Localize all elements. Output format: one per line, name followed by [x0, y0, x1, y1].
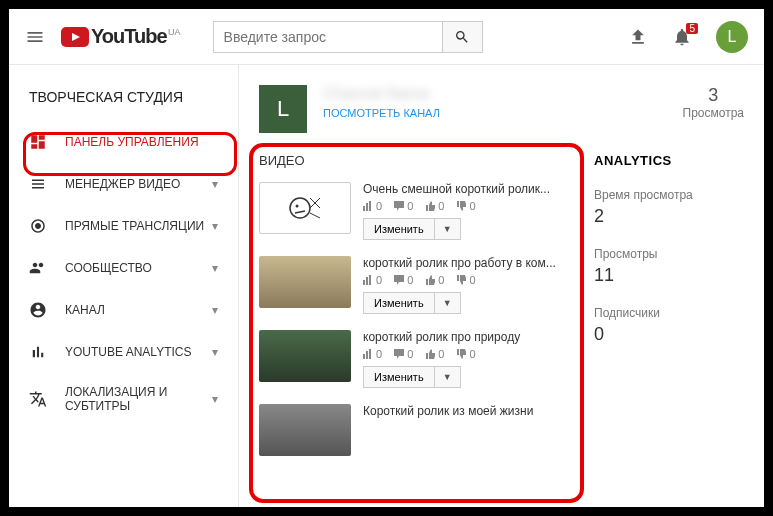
- svg-rect-11: [369, 349, 371, 359]
- sidebar-item-analytics[interactable]: YOUTUBE ANALYTICS ▾: [9, 331, 238, 373]
- dashboard-icon: [29, 133, 49, 151]
- view-channel-link[interactable]: ПОСМОТРЕТЬ КАНАЛ: [323, 107, 667, 119]
- bars-icon: 0: [363, 348, 382, 360]
- views-label: Просмотра: [683, 106, 744, 120]
- analytics-icon: [29, 343, 49, 361]
- sidebar-item-label: ПРЯМЫЕ ТРАНСЛЯЦИИ: [65, 219, 212, 233]
- svg-rect-6: [363, 280, 365, 285]
- video-thumbnail[interactable]: [259, 330, 351, 382]
- dislike-icon: 0: [456, 274, 475, 286]
- channel-icon: [29, 301, 49, 319]
- chevron-down-icon: ▾: [212, 261, 218, 275]
- notifications-icon[interactable]: 5: [672, 27, 692, 47]
- sidebar-item-localization[interactable]: ЛОКАЛИЗАЦИЯ И СУБТИТРЫ ▾: [9, 373, 238, 425]
- like-icon: 0: [425, 200, 444, 212]
- sidebar-item-live[interactable]: ПРЯМЫЕ ТРАНСЛЯЦИИ ▾: [9, 205, 238, 247]
- community-icon: [29, 259, 49, 277]
- sidebar-item-label: YOUTUBE ANALYTICS: [65, 345, 212, 359]
- chevron-down-icon: ▾: [212, 392, 218, 406]
- logo-region: UA: [168, 27, 181, 37]
- analytics-panel-title: ANALYTICS: [594, 153, 744, 168]
- video-title[interactable]: короткий ролик про природу: [363, 330, 574, 344]
- svg-rect-9: [363, 354, 365, 359]
- search-button[interactable]: [443, 21, 483, 53]
- video-title[interactable]: короткий ролик про работу в ком...: [363, 256, 574, 270]
- bars-icon: 0: [363, 200, 382, 212]
- video-row: короткий ролик про природу 0 0 0 0 Измен…: [259, 330, 574, 388]
- analytics-label: Подписчики: [594, 306, 744, 320]
- sidebar-item-label: СООБЩЕСТВО: [65, 261, 212, 275]
- sidebar-item-community[interactable]: СООБЩЕСТВО ▾: [9, 247, 238, 289]
- svg-point-1: [290, 198, 310, 218]
- videos-panel-title: ВИДЕО: [259, 153, 574, 168]
- sidebar-item-label: МЕНЕДЖЕР ВИДЕО: [65, 177, 212, 191]
- bars-icon: 0: [363, 274, 382, 286]
- sidebar-item-channel[interactable]: КАНАЛ ▾: [9, 289, 238, 331]
- analytics-label: Время просмотра: [594, 188, 744, 202]
- svg-point-2: [296, 205, 299, 208]
- video-thumbnail[interactable]: [259, 182, 351, 234]
- analytics-label: Просмотры: [594, 247, 744, 261]
- dislike-icon: 0: [456, 200, 475, 212]
- video-title[interactable]: Очень смешной короткий ролик...: [363, 182, 574, 196]
- search-input[interactable]: [213, 21, 443, 53]
- like-icon: 0: [425, 274, 444, 286]
- dislike-icon: 0: [456, 348, 475, 360]
- analytics-value: 2: [594, 206, 744, 227]
- logo[interactable]: YouTube UA: [61, 25, 167, 48]
- views-count: 3: [683, 85, 744, 106]
- like-icon: 0: [425, 348, 444, 360]
- video-thumbnail[interactable]: [259, 256, 351, 308]
- video-thumbnail[interactable]: [259, 404, 351, 456]
- svg-rect-3: [363, 206, 365, 211]
- channel-name: Channel Name: [323, 85, 667, 103]
- chevron-down-icon: ▾: [212, 345, 218, 359]
- edit-button[interactable]: Изменить: [363, 292, 435, 314]
- svg-rect-10: [366, 351, 368, 359]
- chevron-down-icon: ▾: [212, 177, 218, 191]
- video-row: короткий ролик про работу в ком... 0 0 0…: [259, 256, 574, 314]
- edit-dropdown-button[interactable]: ▼: [435, 366, 461, 388]
- edit-dropdown-button[interactable]: ▼: [435, 218, 461, 240]
- video-row: Очень смешной короткий ролик... 0 0 0 0 …: [259, 182, 574, 240]
- sidebar-title: ТВОРЧЕСКАЯ СТУДИЯ: [9, 81, 238, 121]
- video-row: Короткий ролик из моей жизни: [259, 404, 574, 456]
- analytics-value: 0: [594, 324, 744, 345]
- sidebar-item-dashboard[interactable]: ПАНЕЛЬ УПРАВЛЕНИЯ: [9, 121, 238, 163]
- edit-button[interactable]: Изменить: [363, 218, 435, 240]
- edit-dropdown-button[interactable]: ▼: [435, 292, 461, 314]
- comment-icon: 0: [394, 274, 413, 286]
- svg-rect-8: [369, 275, 371, 285]
- comment-icon: 0: [394, 200, 413, 212]
- menu-icon[interactable]: [25, 27, 45, 47]
- video-manager-icon: [29, 175, 49, 193]
- live-icon: [29, 217, 49, 235]
- svg-rect-7: [366, 277, 368, 285]
- sidebar-item-label: КАНАЛ: [65, 303, 212, 317]
- avatar[interactable]: L: [716, 21, 748, 53]
- chevron-down-icon: ▾: [212, 303, 218, 317]
- chevron-down-icon: ▾: [212, 219, 218, 233]
- notification-badge: 5: [686, 23, 698, 34]
- svg-rect-5: [369, 201, 371, 211]
- sidebar-item-label: ЛОКАЛИЗАЦИЯ И СУБТИТРЫ: [65, 385, 212, 413]
- translate-icon: [29, 390, 49, 408]
- logo-text: YouTube: [91, 25, 167, 48]
- channel-avatar[interactable]: L: [259, 85, 307, 133]
- analytics-value: 11: [594, 265, 744, 286]
- svg-rect-4: [366, 203, 368, 211]
- upload-icon[interactable]: [628, 27, 648, 47]
- edit-button[interactable]: Изменить: [363, 366, 435, 388]
- sidebar-item-label: ПАНЕЛЬ УПРАВЛЕНИЯ: [65, 135, 218, 149]
- comment-icon: 0: [394, 348, 413, 360]
- sidebar-item-video-manager[interactable]: МЕНЕДЖЕР ВИДЕО ▾: [9, 163, 238, 205]
- video-title[interactable]: Короткий ролик из моей жизни: [363, 404, 574, 418]
